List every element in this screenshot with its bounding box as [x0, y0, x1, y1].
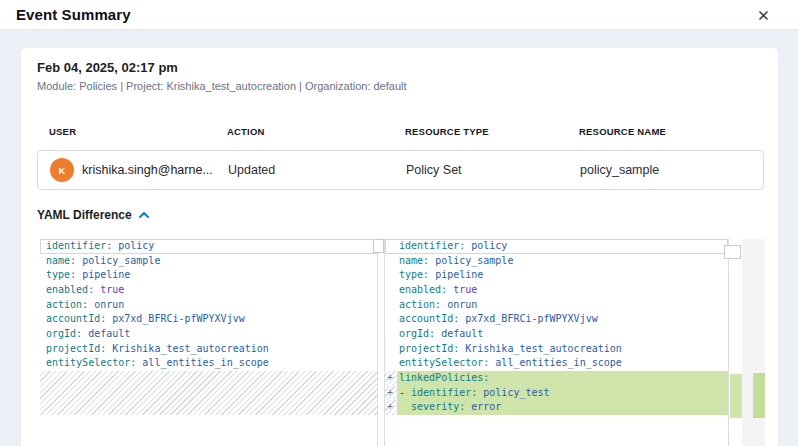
resource-type-value: Policy Set: [406, 163, 580, 177]
column-header-user: USER: [49, 126, 227, 137]
avatar: K: [50, 158, 74, 182]
diff-line: projectId: Krishika_test_autocreation: [29, 342, 377, 357]
left-scrollbar-thumb[interactable]: [373, 239, 384, 253]
diff-line-added: +linkedPolicies:: [385, 371, 728, 386]
diff-line: enabled: true: [385, 283, 728, 298]
diff-line: type: pipeline: [385, 268, 728, 283]
diff-add-marker: +: [385, 371, 397, 386]
chevron-up-icon: [139, 212, 149, 218]
action-value: Updated: [228, 163, 406, 177]
audit-table-header: USER ACTION RESOURCE TYPE RESOURCE NAME: [37, 126, 764, 137]
overview-added-marker: [753, 373, 765, 418]
yaml-difference-toggle[interactable]: YAML Difference: [37, 208, 149, 222]
diff-line: name: policy_sample: [29, 254, 377, 269]
diff-line: type: pipeline: [29, 268, 377, 283]
overview-ruler[interactable]: [742, 239, 765, 446]
yaml-difference-label: YAML Difference: [37, 208, 132, 222]
diff-line: accountId: px7xd_BFRCi-pfWPYXVjvw: [385, 312, 728, 327]
yaml-diff-original-pane[interactable]: identifier: policyname: policy_sampletyp…: [29, 239, 378, 446]
diff-line: entitySelector: all_entities_in_scope: [385, 356, 728, 371]
yaml-diff-modified-pane[interactable]: identifier: policyname: policy_sampletyp…: [384, 239, 729, 446]
right-scrollbar-thumb[interactable]: [724, 245, 741, 259]
modal-header: Event Summary: [0, 0, 798, 30]
page-title: Event Summary: [16, 6, 131, 23]
yaml-diff-editor: identifier: policyname: policy_sampletyp…: [29, 239, 765, 446]
scrollbar-added-decoration: [730, 374, 742, 418]
diff-line: identifier: policy: [385, 239, 728, 254]
column-header-resource-name: RESOURCE NAME: [579, 126, 752, 137]
diff-line: action: onrun: [29, 298, 377, 313]
diff-line: action: onrun: [385, 298, 728, 313]
diff-line: accountId: px7xd_BFRCi-pfWPYXVjvw: [29, 312, 377, 327]
diff-line-added: + severity: error: [385, 400, 728, 415]
diff-line: name: policy_sample: [385, 254, 728, 269]
table-row[interactable]: K krishika.singh@harne... Updated Policy…: [37, 150, 764, 190]
user-email: krishika.singh@harne...: [82, 163, 213, 177]
diff-line: projectId: Krishika_test_autocreation: [385, 342, 728, 357]
close-button[interactable]: [752, 4, 774, 26]
diff-hidden-lines-placeholder: [40, 371, 377, 415]
diff-line: identifier: policy: [29, 239, 377, 254]
event-meta: Module: Policies | Project: Krishika_tes…: [37, 80, 407, 92]
diff-line: entitySelector: all_entities_in_scope: [29, 356, 377, 371]
diff-line: orgId: default: [385, 327, 728, 342]
column-header-resource-type: RESOURCE TYPE: [405, 126, 579, 137]
diff-line: enabled: true: [29, 283, 377, 298]
diff-line-added: +- identifier: policy_test: [385, 386, 728, 401]
modal-body: Feb 04, 2025, 02:17 pm Module: Policies …: [0, 30, 798, 446]
diff-line: orgId: default: [29, 327, 377, 342]
event-timestamp: Feb 04, 2025, 02:17 pm: [37, 60, 178, 75]
diff-add-marker: +: [385, 386, 397, 401]
resource-name-value: policy_sample: [580, 163, 751, 177]
user-cell: K krishika.singh@harne...: [50, 158, 228, 182]
event-card: Feb 04, 2025, 02:17 pm Module: Policies …: [20, 47, 779, 446]
close-icon: [758, 10, 769, 21]
column-header-action: ACTION: [227, 126, 405, 137]
diff-add-marker: +: [385, 400, 397, 415]
